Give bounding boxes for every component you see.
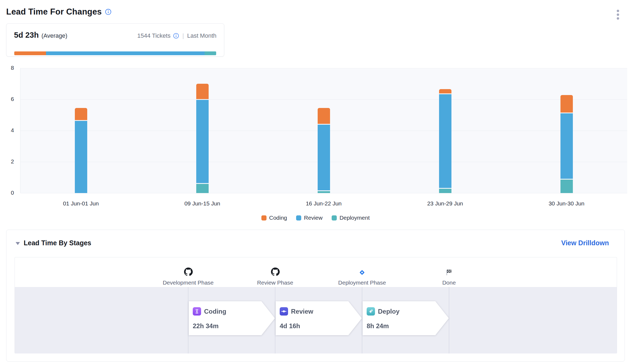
view-drilldown-link[interactable]: View Drilldown [561,239,609,247]
bar-segment-deployment[interactable] [196,184,209,193]
phase-label: Development Phase [148,279,229,286]
stage-name: Review [291,308,313,315]
stage-card-wrap: Review4d 16h [276,301,362,335]
phase-label: Deployment Phase [322,279,402,286]
bar-segment-coding[interactable] [318,108,330,124]
stage-name: Deploy [378,308,399,315]
collapse-caret-icon[interactable] [16,242,20,245]
summary-bar-segment-coding [14,51,46,55]
summary-card: 5d 23h (Average) 1544 Tickets | Last Mon… [6,23,224,57]
phase-label: Done [409,279,489,286]
github-icon [235,264,316,276]
stacked-bar-2[interactable] [196,84,209,193]
legend-swatch-deployment [332,215,337,220]
page-title: Lead Time For Changes [6,7,102,17]
checkered-flag-icon [409,264,489,276]
gridline-0 [20,193,627,193]
y-tick-label: 6 [0,96,14,102]
chart-plot-area [20,68,627,193]
phase-divider [275,287,275,354]
bar-segment-review[interactable] [560,113,573,179]
legend-item-deployment[interactable]: Deployment [332,215,370,221]
chart-legend: CodingReviewDeployment [0,215,631,221]
average-lead-time-value: 5d 23h [14,31,39,40]
stage-duration: 4d 16h [280,322,300,330]
summary-bar-segment-deployment [205,51,216,55]
bar-segment-review[interactable] [75,121,87,193]
stage-card-header: Coding [193,307,226,316]
github-icon [148,264,229,276]
stage-card-wrap: Deploy8h 24m [363,301,449,335]
period-label: Last Month [187,32,216,39]
summary-bar-segment-review [46,51,205,55]
stage-name: Coding [204,308,226,315]
legend-label: Deployment [339,215,370,221]
stage-card-header: Deploy [367,307,399,316]
rocket-icon [367,307,375,316]
summary-top-row: 5d 23h (Average) 1544 Tickets | Last Mon… [14,31,216,40]
bar-segment-deployment[interactable] [318,191,330,193]
bar-segment-coding[interactable] [196,84,209,99]
meta-separator: | [182,32,184,39]
bar-segment-deployment[interactable] [560,180,573,193]
stage-duration: 22h 34m [193,322,219,330]
bar-segment-coding[interactable] [560,95,573,113]
jira-icon [322,264,402,276]
x-axis-label: 30 Jun-30 Jun [549,200,584,207]
stacked-bar-1[interactable] [75,108,87,193]
legend-item-review[interactable]: Review [296,215,322,221]
phase-header-done: Done [409,257,489,286]
stage-card-review[interactable]: Review4d 16h [276,301,362,335]
bar-segment-review[interactable] [196,100,209,183]
stages-timeline-body: Coding22h 34mReview4d 16hDeploy8h 24m [15,287,617,354]
phase-header-development-phase: Development Phase [148,257,229,286]
tickets-info-icon[interactable] [173,33,179,39]
title-info-icon[interactable] [105,9,111,15]
stage-card-deploy[interactable]: Deploy8h 24m [363,301,449,335]
bar-segment-deployment[interactable] [439,189,451,193]
gridline-8 [20,68,627,68]
kebab-menu-icon[interactable] [615,8,621,21]
commit-icon [280,307,288,316]
stage-card-header: Review [280,307,313,316]
hourglass-icon [193,307,201,316]
y-tick-label: 2 [0,158,14,165]
stages-timeline-table: Coding22h 34mReview4d 16hDeploy8h 24m De… [15,257,617,354]
phase-divider [188,287,188,354]
legend-swatch-review [296,215,301,220]
stacked-bar-4[interactable] [439,89,451,193]
x-axis-label: 23 Jun-29 Jun [427,200,463,207]
x-axis-label: 16 Jun-22 Jun [306,200,342,207]
tickets-count: 1544 Tickets [137,32,171,39]
y-tick-label: 0 [0,190,14,196]
summary-meta: 1544 Tickets | Last Month [137,32,216,39]
stacked-bar-5[interactable] [560,95,573,193]
x-axis: 01 Jun-01 Jun09 Jun-15 Jun16 Jun-22 Jun2… [20,200,627,208]
stage-card-wrap: Coding22h 34m [189,301,275,335]
phase-divider [449,287,449,354]
x-axis-label: 09 Jun-15 Jun [184,200,220,207]
bar-segment-coding[interactable] [439,89,451,93]
average-label: (Average) [41,32,67,39]
phase-divider [362,287,362,354]
bar-segment-review[interactable] [318,125,330,190]
y-tick-label: 4 [0,127,14,134]
stage-card-coding[interactable]: Coding22h 34m [189,301,275,335]
lead-time-by-stages-panel: Lead Time By Stages View Drilldown Codin… [6,230,625,362]
bar-segment-coding[interactable] [75,108,87,120]
stage-duration: 8h 24m [367,322,389,330]
stacked-bar-3[interactable] [318,108,330,193]
gridline-6 [20,99,627,100]
bar-segment-review[interactable] [439,94,451,188]
widget-header: Lead Time For Changes [6,7,111,17]
stages-panel-header: Lead Time By Stages View Drilldown [15,239,616,247]
phase-header-review-phase: Review Phase [235,257,316,286]
y-tick-label: 8 [0,65,14,71]
stages-panel-title: Lead Time By Stages [24,239,91,247]
legend-label: Review [304,215,322,221]
phase-header-deployment-phase: Deployment Phase [322,257,402,286]
legend-item-coding[interactable]: Coding [261,215,287,221]
summary-stacked-bar [14,51,216,55]
x-axis-label: 01 Jun-01 Jun [63,200,99,207]
lead-time-widget: Lead Time For Changes 5d 23h (Average) 1… [0,0,631,364]
